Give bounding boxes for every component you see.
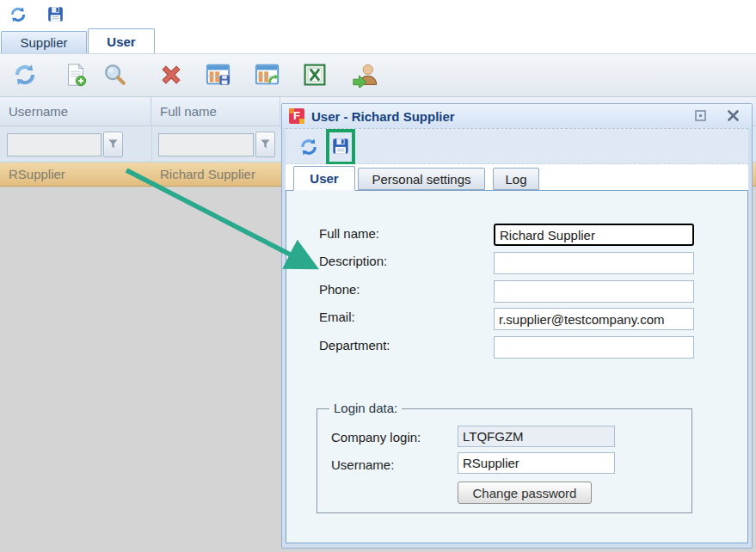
company-login-input[interactable] [458, 426, 615, 447]
username-label: Username: [331, 457, 394, 472]
company-login-label: Company login: [331, 430, 421, 445]
delete-button[interactable] [155, 59, 187, 92]
full-name-label: Full name: [319, 226, 379, 241]
dialog-tab-personal-settings-label: Personal settings [372, 172, 470, 187]
full-name-filter-button[interactable] [255, 132, 275, 157]
save-icon [331, 137, 350, 158]
search-button[interactable] [98, 59, 131, 92]
change-password-button[interactable]: Change password [458, 481, 592, 504]
tab-user-label: User [107, 34, 135, 49]
grid-refresh-button[interactable] [9, 59, 41, 92]
save-grid-layout-icon [206, 62, 231, 90]
dialog-titlebar[interactable]: F User - Richard Supplier [282, 104, 752, 128]
dialog-save-button[interactable] [331, 137, 350, 158]
new-record-icon [62, 62, 88, 90]
email-label: Email: [319, 310, 355, 324]
reset-grid-layout-icon [255, 62, 280, 90]
column-header-username[interactable]: Username [0, 97, 151, 126]
refresh-icon [9, 5, 28, 27]
search-icon [101, 62, 127, 90]
export-excel-icon [303, 63, 327, 89]
login-as-user-button[interactable] [348, 59, 381, 92]
full-name-input[interactable] [494, 224, 694, 246]
reset-grid-layout-button[interactable] [251, 59, 284, 92]
dialog-toolbar [286, 128, 748, 164]
row-full-name-cell[interactable]: Richard Supplier [151, 167, 255, 181]
new-record-button[interactable] [58, 59, 91, 92]
annotation-highlight-box [326, 129, 355, 165]
close-button[interactable] [726, 109, 740, 123]
save-button[interactable] [44, 4, 66, 27]
funnel-icon [108, 138, 119, 152]
login-data-groupbox: Login data: Company login: Username: Cha… [317, 408, 692, 513]
app-logo-icon: F [289, 108, 304, 124]
department-label: Department: [319, 338, 390, 353]
top-toolbar [0, 0, 756, 28]
phone-input[interactable] [494, 280, 694, 303]
dialog-tab-log-label: Log [505, 172, 526, 187]
dialog-title: User - Richard Supplier [311, 109, 455, 124]
export-excel-button[interactable] [298, 59, 331, 92]
tab-supplier-label: Supplier [20, 35, 67, 50]
column-header-username-label: Username [9, 104, 68, 119]
close-icon [728, 109, 739, 124]
app-logo-letter: F [289, 108, 304, 124]
maximize-button[interactable] [693, 109, 707, 123]
dialog-tab-user[interactable]: User [293, 166, 355, 191]
tab-user[interactable]: User [88, 28, 155, 54]
application-window: Supplier User Username Full name [0, 0, 756, 552]
dialog-refresh-button[interactable] [298, 137, 320, 159]
dialog-body: User Personal settings Log Full name: De… [286, 128, 748, 543]
maximize-icon [695, 109, 706, 124]
dialog-tab-content: Full name: Description: Phone: Email: De… [286, 190, 748, 543]
user-dialog: F User - Richard Supplier U [281, 103, 753, 549]
save-icon [46, 5, 65, 26]
grid-toolbar [0, 53, 756, 97]
tab-supplier[interactable]: Supplier [1, 31, 87, 53]
email-input[interactable] [494, 308, 694, 330]
funnel-icon [260, 138, 271, 152]
refresh-button[interactable] [7, 4, 29, 27]
dialog-tab-user-label: User [310, 171, 338, 186]
username-filter-input[interactable] [7, 133, 101, 156]
full-name-filter-input[interactable] [158, 133, 254, 156]
description-label: Description: [319, 254, 387, 268]
column-divider [151, 126, 152, 163]
username-input[interactable] [458, 452, 615, 474]
column-header-full-name[interactable]: Full name [151, 97, 280, 126]
phone-label: Phone: [319, 282, 360, 297]
column-header-full-name-label: Full name [160, 104, 217, 119]
login-as-user-icon [352, 62, 378, 90]
login-data-legend: Login data: [329, 401, 402, 415]
dialog-tab-personal-settings[interactable]: Personal settings [358, 168, 485, 190]
dialog-tab-log[interactable]: Log [493, 168, 539, 190]
delete-icon [158, 62, 184, 90]
dialog-tabstrip: User Personal settings Log [286, 164, 748, 190]
refresh-icon [12, 62, 38, 90]
username-filter-button[interactable] [103, 132, 123, 157]
refresh-icon [298, 137, 319, 160]
description-input[interactable] [494, 252, 694, 274]
save-grid-layout-button[interactable] [202, 59, 235, 92]
row-username-cell[interactable]: RSupplier [0, 167, 151, 181]
department-input[interactable] [494, 336, 694, 359]
